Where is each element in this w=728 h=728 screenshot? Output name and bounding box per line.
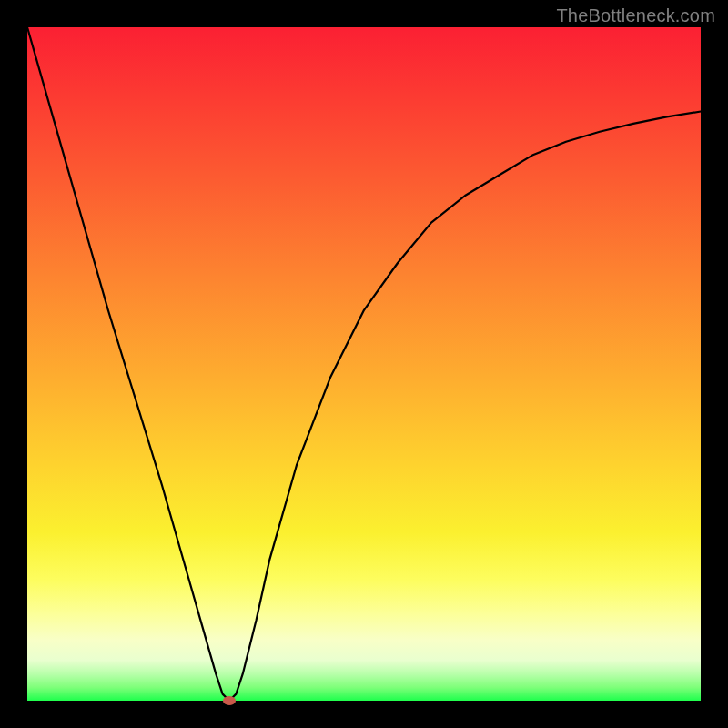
curve-svg	[27, 27, 701, 701]
minimum-marker	[223, 696, 236, 705]
bottleneck-curve	[27, 27, 701, 701]
attribution-text: TheBottleneck.com	[556, 5, 715, 26]
plot-area	[27, 27, 701, 701]
chart-frame: TheBottleneck.com	[0, 0, 728, 728]
